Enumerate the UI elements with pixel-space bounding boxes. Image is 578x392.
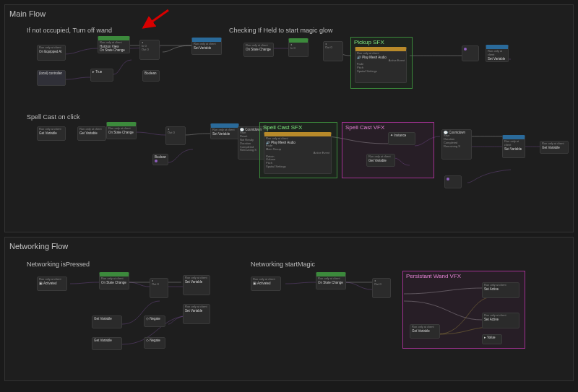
node-set-var-3[interactable]: Run only at client Set Variable bbox=[210, 123, 239, 139]
node-net-event-1[interactable]: Run only at client ▣ Activated bbox=[37, 276, 67, 291]
group-label-net-pressed: Networking isPressed bbox=[27, 261, 90, 268]
group-label-turnoff-wand: If not occupied, Turn off wand bbox=[27, 27, 112, 34]
group-spell-vfx: Spell Cast VFX bbox=[342, 122, 434, 178]
node-play-audio-spell[interactable]: Run only at client 🔊 Play Mesh Audio Fad… bbox=[264, 132, 332, 174]
node-net-getvar-3[interactable]: Run only at client Get Variable bbox=[410, 324, 440, 339]
node-split-1[interactable]: ◂ In 0 Out 0 bbox=[139, 40, 160, 60]
group-title-pickup-sfx: Pickup SFX bbox=[354, 39, 384, 45]
node-net-event-2[interactable]: Run only at client ▣ Activated bbox=[251, 276, 281, 291]
node-set-var-2[interactable]: Run only at client Set Variable bbox=[486, 45, 509, 62]
node-state-change-1[interactable]: Run only at client Horizon View On State… bbox=[98, 36, 130, 53]
node-set-active-2[interactable]: Run only at client Set Active bbox=[482, 313, 519, 328]
group-label-spell-cast: Spell Cast on click bbox=[27, 113, 80, 121]
node-event-held[interactable]: Run only at client On State Change bbox=[243, 43, 274, 57]
node-bool-2[interactable]: Boolean bbox=[152, 154, 168, 165]
node-const-1[interactable]: ▸ True bbox=[90, 69, 113, 82]
node-local-controller[interactable]: (local) controller bbox=[37, 70, 66, 86]
node-set-var-1[interactable]: Run only at client Set Variable bbox=[191, 38, 222, 55]
node-net-split-2[interactable]: ◂ Out 0 bbox=[372, 278, 391, 298]
node-negate-1[interactable]: ◇ Negate bbox=[144, 315, 165, 327]
node-net-split-1[interactable]: ◂ Out 0 bbox=[150, 278, 168, 298]
node-bool-1[interactable]: Boolean bbox=[142, 70, 160, 82]
node-net-setvar-2[interactable]: Run only at client Set Variable bbox=[183, 304, 210, 324]
node-on-equipped[interactable]: Run only at client On Equipped At bbox=[37, 45, 66, 61]
node-set-active-1[interactable]: Run only at client Set Active bbox=[482, 282, 519, 298]
node-get-var-tail[interactable]: Run only at client Get Variable bbox=[540, 141, 569, 154]
node-net-state-1[interactable]: Run only at client On State Change bbox=[99, 272, 129, 289]
section-title-main: Main Flow bbox=[9, 9, 569, 18]
node-countdown-2[interactable]: 🕐 Countdown Start Duration Completed Rem… bbox=[441, 129, 472, 160]
node-net-getvar-2[interactable]: Get Variable bbox=[92, 337, 122, 350]
group-title-persist-vfx: Persistant Wand VFX bbox=[406, 273, 461, 279]
node-net-setvar-1[interactable]: Run only at client Set Variable bbox=[183, 275, 210, 295]
node-get-var-b[interactable]: Run only at client Get Variable bbox=[366, 154, 395, 167]
node-split-2[interactable]: ◂ Out 0 bbox=[323, 41, 343, 61]
section-title-net: Networking Flow bbox=[9, 242, 569, 251]
node-value-1[interactable]: ▸ Value bbox=[482, 334, 502, 344]
node-branch-1[interactable]: ◂ In 0 bbox=[288, 38, 309, 57]
group-title-spell-vfx: Spell Cast VFX bbox=[345, 124, 384, 131]
node-event-click[interactable]: Run only at client Get Variable bbox=[37, 126, 66, 141]
node-particle-system[interactable]: ✦ Instance bbox=[388, 132, 415, 145]
node-passthru-1[interactable] bbox=[462, 45, 479, 61]
node-split-3[interactable]: ◂ Out 0 bbox=[165, 126, 186, 145]
group-label-net-startmagic: Networking startMagic bbox=[251, 261, 315, 268]
node-get-var-a[interactable]: Run only at client Get Variable bbox=[77, 126, 106, 141]
section-networking-flow: Networking Flow Networking isPressed Net… bbox=[4, 237, 574, 381]
node-relay-1[interactable] bbox=[444, 175, 462, 188]
section-main-flow: Main Flow If not occupied, Turn off wand… bbox=[4, 4, 574, 232]
node-set-var-4[interactable]: Run only at client Set Variable bbox=[502, 135, 525, 158]
svg-line-0 bbox=[144, 10, 168, 27]
group-label-check-held: Checking If Held to start magic glow bbox=[229, 27, 333, 34]
node-play-audio-pickup[interactable]: Run only at client 🔊 Play Mesh Audio Act… bbox=[355, 47, 407, 83]
node-negate-2[interactable]: ◇ Negate bbox=[144, 337, 165, 349]
node-state-change-2[interactable]: Run only at client On State Change bbox=[106, 122, 137, 139]
node-net-getvar-1[interactable]: Get Variable bbox=[92, 315, 122, 328]
group-title-spell-sfx: Spell Cast SFX bbox=[263, 124, 302, 131]
node-net-state-2[interactable]: Run only at client On State Change bbox=[316, 272, 346, 289]
annotation-arrow bbox=[141, 9, 170, 30]
